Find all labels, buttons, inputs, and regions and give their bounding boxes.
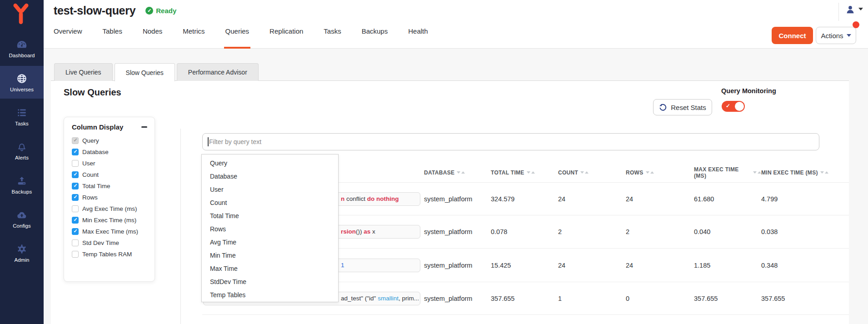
column-option-avg-exec-time-ms-[interactable]: Avg Exec Time (ms) xyxy=(64,203,155,214)
col-header-min-exec-time-ms-[interactable]: MIN EXEC TIME (MS) xyxy=(761,169,849,176)
dropdown-item-temp-tables[interactable]: Temp Tables xyxy=(202,289,338,302)
dropdown-item-rows[interactable]: Rows xyxy=(202,223,338,236)
nav-tab-tasks[interactable]: Tasks xyxy=(324,26,341,49)
column-display-header: Column Display xyxy=(64,117,155,135)
column-option-query[interactable]: Query xyxy=(64,135,155,146)
sidebar-item-backups[interactable]: Backups xyxy=(0,168,44,201)
nav-tab-metrics[interactable]: Metrics xyxy=(183,26,205,49)
cell-max-exec-time: 61.680 xyxy=(694,195,761,203)
panel-divider xyxy=(180,129,181,324)
column-option-total-time[interactable]: Total Time xyxy=(64,180,155,192)
yugabyte-logo-icon[interactable] xyxy=(11,3,31,23)
checkbox[interactable] xyxy=(72,217,79,224)
dropdown-item-avg-time[interactable]: Avg Time xyxy=(202,236,338,249)
dropdown-item-total-time[interactable]: Total Time xyxy=(202,209,338,223)
subtab-performance-advisor[interactable]: Performance Advisor xyxy=(177,63,259,81)
checkbox-label: Temp Tables RAM xyxy=(82,251,132,258)
nav-tab-replication[interactable]: Replication xyxy=(269,26,303,49)
nav-tab-backups[interactable]: Backups xyxy=(362,26,388,49)
dropdown-item-query[interactable]: Query xyxy=(202,157,338,170)
cell-count: 24 xyxy=(558,262,626,269)
column-option-min-exec-time-ms-[interactable]: Min Exec Time (ms) xyxy=(64,214,155,226)
dropdown-item-count[interactable]: Count xyxy=(202,196,338,209)
user-avatar[interactable] xyxy=(845,5,855,15)
checkbox-label: Avg Exec Time (ms) xyxy=(82,205,137,212)
nav-tab-nodes[interactable]: Nodes xyxy=(143,26,162,49)
sort-arrows-icon xyxy=(580,171,589,174)
sidebar-item-universes[interactable]: Universes xyxy=(0,66,44,99)
nav-tab-queries[interactable]: Queries xyxy=(225,26,249,49)
dropdown-item-stddev-time[interactable]: StdDev Time xyxy=(202,275,338,289)
dashboard-icon xyxy=(16,39,28,50)
column-option-std-dev-time[interactable]: Std Dev Time xyxy=(64,237,155,249)
col-header-rows[interactable]: ROWS xyxy=(626,169,694,176)
column-checkbox-list: QueryDatabaseUserCountTotal TimeRowsAvg … xyxy=(64,135,155,260)
checkbox-label: Count xyxy=(82,171,99,178)
col-header-label: DATABASE xyxy=(424,169,454,176)
checkbox xyxy=(72,137,79,144)
sort-arrows-icon xyxy=(753,171,761,174)
cell-database: system_platform xyxy=(424,295,491,302)
col-header-label: TOTAL TIME xyxy=(491,169,524,176)
connect-button[interactable]: Connect xyxy=(772,27,813,44)
checkbox[interactable] xyxy=(72,239,79,246)
nav-tab-overview[interactable]: Overview xyxy=(54,26,82,49)
cell-database: system_platform xyxy=(424,195,491,203)
collapse-minus-icon[interactable] xyxy=(141,126,147,128)
text-cursor xyxy=(208,137,209,146)
checkbox[interactable] xyxy=(72,205,79,212)
column-option-temp-tables-ram[interactable]: Temp Tables RAM xyxy=(64,249,155,260)
nav-tab-tables[interactable]: Tables xyxy=(103,26,122,49)
checkbox[interactable] xyxy=(72,194,79,201)
column-option-max-exec-time-ms-[interactable]: Max Exec Time (ms) xyxy=(64,226,155,237)
col-header-count[interactable]: COUNT xyxy=(558,169,626,176)
checkbox[interactable] xyxy=(72,183,79,189)
cell-rows: 24 xyxy=(626,262,694,269)
column-display-card: Column Display QueryDatabaseUserCountTot… xyxy=(64,117,155,282)
column-option-rows[interactable]: Rows xyxy=(64,192,155,203)
checkbox[interactable] xyxy=(72,160,79,167)
user-menu-caret-icon[interactable] xyxy=(858,8,863,10)
sidebar-item-label: Alerts xyxy=(15,155,29,160)
header-divider xyxy=(838,3,839,21)
checkbox-label: Min Exec Time (ms) xyxy=(82,217,136,224)
column-option-database[interactable]: Database xyxy=(64,146,155,158)
status-badge: ✓ Ready xyxy=(145,7,176,15)
dropdown-item-user[interactable]: User xyxy=(202,183,338,196)
checkbox[interactable] xyxy=(72,251,79,258)
subtab-slow-queries[interactable]: Slow Queries xyxy=(115,63,175,81)
ready-check-icon: ✓ xyxy=(145,7,153,15)
query-monitoring-toggle[interactable]: ✓ xyxy=(722,101,745,112)
column-option-count[interactable]: Count xyxy=(64,169,155,180)
sidebar-item-tasks[interactable]: Tasks xyxy=(0,100,44,133)
sidebar-item-label: Configs xyxy=(13,223,31,229)
checkbox[interactable] xyxy=(72,228,79,235)
sidebar-item-configs[interactable]: Configs xyxy=(0,202,44,235)
sidebar-item-admin[interactable]: Admin xyxy=(0,236,44,269)
subtab-live-queries[interactable]: Live Queries xyxy=(54,63,113,81)
notification-dot xyxy=(853,21,859,28)
col-header-label: COUNT xyxy=(558,169,578,176)
col-header-database[interactable]: DATABASE xyxy=(424,169,491,176)
app-screen: DashboardUniversesTasksAlertsBackupsConf… xyxy=(0,0,868,324)
col-header-max-exec-time-ms-[interactable]: MAX EXEC TIME (MS) xyxy=(694,166,761,179)
column-select-dropdown: QueryDatabaseUserCountTotal TimeRowsAvg … xyxy=(201,154,339,302)
dropdown-item-max-time[interactable]: Max Time xyxy=(202,262,338,275)
nav-tab-health[interactable]: Health xyxy=(408,26,428,49)
cell-rows: 0 xyxy=(626,295,694,302)
dropdown-item-database[interactable]: Database xyxy=(202,170,338,183)
dropdown-item-min-time[interactable]: Min Time xyxy=(202,249,338,262)
sidebar-item-label: Backups xyxy=(12,189,32,194)
query-filter-input[interactable] xyxy=(202,133,819,150)
column-option-user[interactable]: User xyxy=(64,158,155,169)
reset-stats-button[interactable]: Reset Stats xyxy=(653,99,712,115)
universe-header: test-slow-query ✓ Ready OverviewTablesNo… xyxy=(44,0,868,49)
sidebar-item-dashboard[interactable]: Dashboard xyxy=(0,32,44,65)
sidebar-item-alerts[interactable]: Alerts xyxy=(0,134,44,167)
actions-button[interactable]: Actions xyxy=(816,27,856,44)
checkbox[interactable] xyxy=(72,171,79,178)
checkbox[interactable] xyxy=(72,149,79,155)
checkbox-label: Max Exec Time (ms) xyxy=(82,228,138,235)
col-header-total-time[interactable]: TOTAL TIME xyxy=(491,169,558,176)
cell-max-exec-time: 357.655 xyxy=(694,295,761,302)
